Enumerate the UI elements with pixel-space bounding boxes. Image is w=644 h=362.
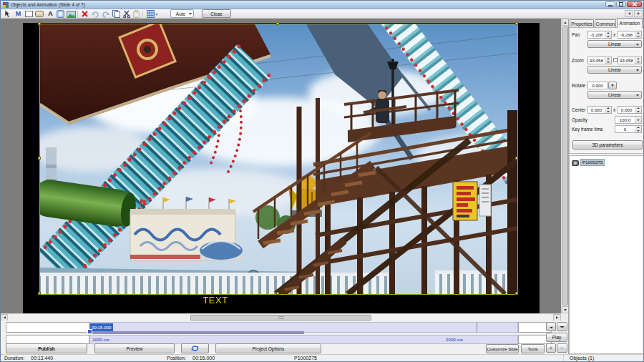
redo-button[interactable] [101,10,110,18]
text-object[interactable]: TEXT [194,295,237,305]
object-list-item[interactable]: P1000275 [572,159,605,166]
chevron-down-icon [189,13,192,15]
rotate-easing-select[interactable]: Linear [587,91,642,99]
zoom-x-spin-buttons[interactable] [605,57,611,64]
preview-button[interactable]: Preview [94,343,175,353]
play-button[interactable]: Play [546,333,567,342]
opacity-dropdown[interactable] [635,117,641,123]
3d-parameters-button[interactable]: 3D parameters [572,140,643,150]
selection-handle[interactable] [515,292,518,295]
letter-m-icon: M [16,10,21,18]
center-y-spinbox[interactable]: 0.000 [618,106,642,114]
selection-handle[interactable] [515,22,518,25]
customize-slide-button[interactable]: Customize Slide [486,344,519,353]
pan-x-spinbox[interactable]: -0.208 [587,31,612,39]
panel-nav-left-button[interactable] [625,10,633,17]
horizontal-scrollbar[interactable] [1,313,561,321]
zoom-x-spinbox[interactable]: 93.058 [587,57,612,64]
auto-zoom-select[interactable]: Auto [170,9,194,18]
zoom-easing-value: Linear [608,67,621,72]
selection-handle[interactable] [38,292,41,295]
tools-button[interactable]: Tools [521,344,545,353]
plus-icon: + [550,346,552,351]
key-frame-time-spin-buttons[interactable] [635,126,641,132]
key-frame-time-spinbox[interactable]: 0 [615,125,642,133]
center-label: Center [572,107,586,112]
select-tool-button[interactable] [3,10,12,18]
vertical-scrollbar[interactable] [561,19,568,313]
close-editor-button[interactable]: Close [202,9,231,18]
opacity-value: 100.0 [615,117,635,123]
object-list[interactable]: P1000275 [569,155,644,354]
selection-handle[interactable] [38,22,41,25]
rectangle-object-button[interactable] [24,10,34,18]
left-arrow-icon: ◄ [550,325,552,329]
paste-button[interactable] [132,10,141,18]
copy-button[interactable] [112,10,121,18]
timeline-zoom-in-button[interactable]: + [546,343,556,353]
tab-animation[interactable]: Animation [617,18,643,28]
minus-icon: − [561,346,564,351]
range-keyframe-button[interactable]: ◄► [557,322,567,331]
prev-keyframe-button[interactable]: ◄ [546,322,556,331]
zoom-easing-select[interactable]: Linear [587,66,642,74]
status-object-name: P1000275 [294,356,317,361]
keyframe-interval-bar[interactable] [89,331,304,334]
maximize-button[interactable] [616,1,626,7]
selection-handle[interactable] [276,292,279,295]
vertical-scroll-thumb[interactable] [562,26,568,305]
cut-button[interactable] [122,10,131,18]
rotate-dropdown-button[interactable] [608,82,617,89]
grid-dropdown-arrow-icon[interactable] [155,14,158,16]
pan-y-spin-buttons[interactable] [635,31,641,38]
mask-icon [57,10,64,18]
undo-button[interactable] [91,10,100,18]
pan-x-spin-buttons[interactable] [605,31,611,38]
rotate-value: 0.000 [588,82,607,89]
position-value: 00:15.000 [192,356,215,361]
delete-object-button[interactable] [80,10,89,18]
mask-object-button[interactable] [56,10,65,18]
status-divider [563,355,564,362]
button-object-button[interactable] [34,10,44,18]
clipboard-icon [133,10,140,18]
text-object-button[interactable]: A [46,10,55,18]
pan-easing-select[interactable]: Linear [587,40,642,48]
chevron-down-icon [636,94,639,97]
panel-nav-right-button[interactable] [634,10,643,17]
timeline-zoom-out-button[interactable]: − [557,343,567,353]
selection-handle[interactable] [276,22,279,25]
movie-object-button[interactable]: M [14,10,23,18]
grid-settings-button[interactable] [146,10,155,18]
opacity-field[interactable]: 100.0 [615,116,642,124]
opacity-label: Opacity [572,117,587,122]
objects-count: Objects (1) [570,356,594,361]
keyframe-handle[interactable] [87,329,92,334]
pan-y-spinbox[interactable]: -6.296 [618,31,642,39]
center-x-spinbox[interactable]: 0.000 [587,106,612,114]
selection-handle[interactable] [38,157,41,160]
center-y-value: 0.000 [618,107,635,113]
timeline-header-cell [6,322,89,333]
center-y-spin-buttons[interactable] [635,107,641,113]
rotate-spinbox[interactable]: 0.000 [587,82,608,89]
undo-icon [92,11,99,18]
delete-x-icon [82,11,88,17]
title-bar[interactable]: Objects and Animation (Slide 4 of 7) [1,1,644,9]
close-window-button[interactable] [627,1,642,7]
project-options-button[interactable]: Project Options [215,343,321,353]
triangle-right-icon [638,12,640,15]
publish-button[interactable]: Publish [6,343,87,353]
rectangle-icon [25,11,33,17]
loop-preview-button[interactable] [181,343,209,353]
selection-handle[interactable] [515,157,518,160]
keyframe-marker[interactable] [477,322,477,333]
status-bar [1,354,644,362]
horizontal-scroll-thumb[interactable] [190,315,371,321]
zoom-y-spinbox[interactable]: 93.058 [618,57,642,64]
zoom-y-spin-buttons[interactable] [635,57,641,64]
image-object-button[interactable] [67,10,76,18]
center-x-spin-buttons[interactable] [605,107,611,113]
minimize-button[interactable] [605,1,615,7]
playhead-position-label[interactable]: 00:15.000 [90,323,113,331]
